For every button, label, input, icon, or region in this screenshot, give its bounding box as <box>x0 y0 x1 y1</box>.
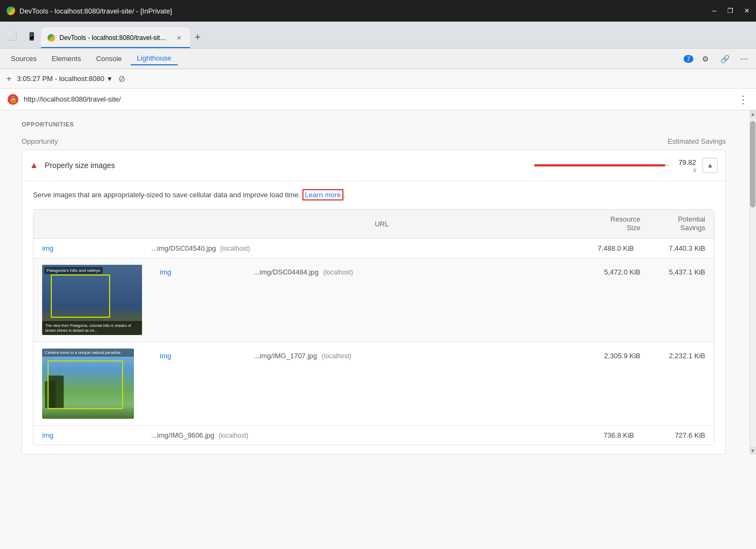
row4-url-note: (localhost) <box>219 432 248 439</box>
row3-url-note: (localhost) <box>322 352 352 360</box>
potential-savings-column-header: PotentialSavings <box>640 215 705 233</box>
thumb-text: Patagonia's hills and valleys <box>44 267 103 274</box>
row1-url: ...img/DSC04540.jpg (localhost) <box>151 244 563 252</box>
tab-icon <box>48 34 55 42</box>
security-icon: 🔒 <box>8 94 18 105</box>
section-title: OPPORTUNITIES <box>22 121 726 128</box>
row3-img-label[interactable]: img <box>151 352 254 360</box>
restore-button[interactable]: ❐ <box>727 7 733 15</box>
stop-icon[interactable]: ⊘ <box>118 73 125 84</box>
app-icon <box>6 6 15 15</box>
minimize-button[interactable]: ─ <box>712 7 717 15</box>
savings-value: 79.82 <box>674 158 696 166</box>
thumb-selection-rect-2 <box>48 360 123 409</box>
scrollbar-thumb[interactable] <box>750 121 755 207</box>
scroll-down-arrow[interactable]: ▼ <box>750 447 756 454</box>
add-tab-icon[interactable]: + <box>6 74 11 84</box>
estimated-savings-header: Estimated Savings <box>667 137 726 145</box>
card-description: Serve images that are appropriately-size… <box>33 190 714 200</box>
row1-potential-savings: 7,440.3 KiB <box>640 244 705 252</box>
devtools-nav: Sources Elements Console Lighthouse 7 ⚙ … <box>0 49 756 69</box>
card-header: ▲ Properly size images 79.82 s ▲ <box>22 150 725 181</box>
row1-img-label[interactable]: img <box>42 244 145 252</box>
column-headers: Opportunity Estimated Savings <box>22 135 726 150</box>
card-title: Properly size images <box>45 161 528 170</box>
table-header: URL ResourceSize PotentialSavings <box>33 210 714 239</box>
row3-resource-size: 2,305.9 KiB <box>576 352 640 360</box>
row2-thumbnail-col: Patagonia's hills and valleys The view f… <box>42 265 145 335</box>
row1-url-note: (localhost) <box>220 245 250 252</box>
savings-bar-fill <box>534 164 665 166</box>
table-row: Cantera trees in a unique natural paradi… <box>33 342 714 426</box>
console-nav-item[interactable]: Console <box>90 52 129 65</box>
table-row: img ...img/DSC04540.jpg (localhost) 7,48… <box>33 239 714 258</box>
thumbnail-image: Patagonia's hills and valleys The view f… <box>42 265 142 335</box>
tab-close-button[interactable]: ✕ <box>174 33 184 43</box>
dropdown-arrow[interactable]: ▼ <box>106 75 113 83</box>
warning-icon: ▲ <box>30 160 38 170</box>
row3-url: ...img/IMG_1707.jpg <box>254 352 317 360</box>
row4-url: ...img/IMG_9606.jpg (localhost) <box>151 431 563 439</box>
device-toolbar-icon[interactable]: 📱 <box>24 29 39 44</box>
row2-potential-savings: 5,437.1 KiB <box>640 268 705 276</box>
row2-url: ...img/DSC04484.jpg <box>254 268 319 276</box>
thumbnail-image-2: Cantera trees in a unique natural paradi… <box>42 349 134 419</box>
row2-thumbnail: Patagonia's hills and valleys The view f… <box>42 265 142 335</box>
main-content: ▲ ▼ OPPORTUNITIES Opportunity Estimated … <box>0 110 756 549</box>
row4-img-label[interactable]: img <box>42 431 145 439</box>
collapse-toggle-button[interactable]: ▲ <box>703 158 718 173</box>
url-column-header: URL <box>145 220 576 228</box>
url-display: http://localhost:8080/travel-site/ <box>24 95 121 103</box>
scrollbar-track: ▲ ▼ <box>750 110 756 454</box>
table-row: Patagonia's hills and valleys The view f… <box>33 258 714 342</box>
row2-resource-size: 5,472.0 KiB <box>576 268 640 276</box>
savings-bar-container: 79.82 s <box>534 158 696 173</box>
row2-img-label[interactable]: img <box>151 268 254 276</box>
row1-resource-size: 7,488.0 KiB <box>569 244 634 252</box>
scroll-up-arrow[interactable]: ▲ <box>750 110 756 118</box>
row2-url-note: (localhost) <box>323 269 353 276</box>
tab-bar: ⬜ 📱 DevTools - localhost:8080/travel-sit… <box>0 22 756 49</box>
row3-thumbnail-col: Cantera trees in a unique natural paradi… <box>42 349 145 419</box>
row3-potential-savings: 2,232.1 KiB <box>640 352 705 360</box>
sources-nav-item[interactable]: Sources <box>4 52 43 65</box>
tab-label: DevTools - localhost:8080/travel-site/ -… <box>59 34 167 42</box>
thumb-caption: The view from Patagonia, colonial hills … <box>42 321 142 335</box>
more-options-button[interactable]: ⋮ <box>738 93 748 106</box>
opportunity-header: Opportunity <box>22 137 667 145</box>
thumb-selection-rect <box>51 274 110 318</box>
more-icon[interactable]: ⋯ <box>737 51 752 66</box>
close-button[interactable]: ✕ <box>744 7 750 15</box>
issues-badge[interactable]: 7 <box>684 55 693 63</box>
address-bar: + 3:05:27 PM - localhost:8080 ▼ ⊘ <box>0 69 756 89</box>
resource-size-column-header: ResourceSize <box>576 215 640 233</box>
lighthouse-nav-item[interactable]: Lighthouse <box>131 52 178 65</box>
devtools-tab[interactable]: DevTools - localhost:8080/travel-site/ -… <box>41 28 190 48</box>
screen-cast-icon[interactable]: 🔗 <box>717 51 732 66</box>
savings-unit: s <box>693 166 697 173</box>
title-bar: DevTools - localhost:8080/travel-site/ -… <box>0 0 756 22</box>
card-body: Serve images that are appropriately-size… <box>22 181 725 454</box>
resource-table: URL ResourceSize PotentialSavings img ..… <box>33 209 714 446</box>
new-tab-button[interactable]: + <box>190 30 205 45</box>
row4-potential-savings: 727.6 KiB <box>640 431 705 439</box>
row3-thumbnail: Cantera trees in a unique natural paradi… <box>42 349 134 419</box>
url-bar: 🔒 http://localhost:8080/travel-site/ ⋮ <box>0 89 756 110</box>
learn-more-link[interactable]: Learn more <box>302 189 343 200</box>
savings-progress-bar <box>534 164 669 166</box>
table-row: img ...img/IMG_9606.jpg (localhost) 736.… <box>33 426 714 445</box>
elements-nav-item[interactable]: Elements <box>45 52 87 65</box>
time-display: 3:05:27 PM - localhost:8080 ▼ <box>17 75 112 83</box>
learn-more-period: . <box>343 191 346 199</box>
screen-cast-icon[interactable]: ⬜ <box>4 29 19 44</box>
opportunity-card: ▲ Properly size images 79.82 s ▲ Serve i… <box>22 150 726 454</box>
title-text: DevTools - localhost:8080/travel-site/ -… <box>19 7 172 15</box>
row4-resource-size: 736.8 KiB <box>569 431 634 439</box>
settings-icon[interactable]: ⚙ <box>698 51 713 66</box>
